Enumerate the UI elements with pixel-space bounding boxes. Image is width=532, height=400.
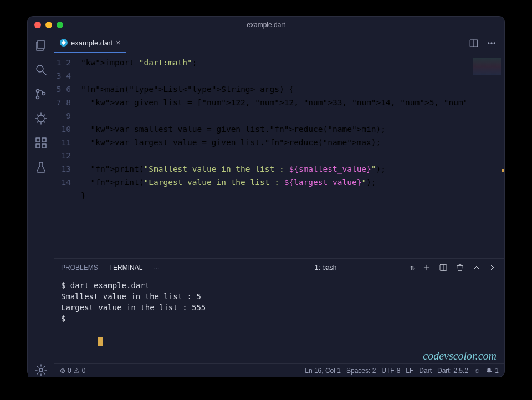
split-terminal-icon[interactable] (439, 263, 448, 272)
status-cursor-position[interactable]: Ln 16, Col 1 (305, 367, 341, 375)
titlebar[interactable]: example.dart (28, 17, 504, 33)
minimap-marker (502, 169, 504, 172)
terminal-selector-label: 1: bash (315, 264, 336, 271)
explorer-icon[interactable] (34, 39, 48, 52)
svg-rect-8 (36, 144, 40, 148)
tab-label: example.dart (71, 39, 112, 47)
debug-icon[interactable] (34, 112, 48, 125)
panel-tab-terminal[interactable]: TERMINAL (109, 264, 143, 271)
line-number-gutter: 1 2 3 4 5 6 7 8 9 10 11 12 13 14 (54, 53, 81, 258)
svg-rect-7 (36, 138, 40, 142)
tab-bar: example.dart × (54, 33, 504, 53)
svg-rect-9 (42, 144, 46, 148)
extensions-icon[interactable] (34, 136, 48, 150)
status-feedback-icon[interactable]: ☺ (474, 367, 480, 375)
tab-close-icon[interactable]: × (116, 38, 120, 47)
status-errors[interactable]: ⊘ 0 ⚠ 0 (60, 367, 85, 375)
code-content[interactable]: "kw">import "dart:math"; "fn">main("type… (81, 53, 466, 258)
new-terminal-icon[interactable] (422, 263, 431, 272)
panel-tab-more-icon[interactable]: ··· (154, 264, 159, 271)
status-errors-count: 0 (68, 367, 71, 375)
svg-point-16 (494, 42, 495, 43)
minimap[interactable] (466, 53, 504, 258)
minimize-window-button[interactable] (45, 22, 52, 28)
split-editor-icon[interactable] (469, 38, 479, 48)
terminal-cursor (98, 337, 103, 346)
chevron-updown-icon: ⇅ (410, 265, 415, 271)
terminal-selector[interactable]: 1: bash ⇅ (315, 264, 415, 271)
panel-tab-bar: PROBLEMS TERMINAL ··· 1: bash ⇅ (54, 259, 504, 276)
status-encoding[interactable]: UTF-8 (381, 367, 400, 375)
svg-line-2 (43, 71, 46, 75)
bottom-panel: PROBLEMS TERMINAL ··· 1: bash ⇅ (54, 258, 504, 363)
window-controls (34, 22, 63, 28)
minimap-thumb (473, 58, 501, 75)
status-language[interactable]: Dart (419, 367, 432, 375)
status-indentation[interactable]: Spaces: 2 (346, 367, 376, 375)
status-notifications-count: 1 (495, 367, 499, 375)
maximize-panel-icon[interactable] (472, 263, 481, 272)
error-icon: ⊘ (60, 367, 65, 375)
svg-point-6 (38, 115, 44, 122)
settings-icon[interactable] (34, 363, 48, 377)
watermark: codevscolor.com (423, 350, 497, 361)
svg-rect-10 (42, 138, 46, 142)
status-sdk[interactable]: Dart: 2.5.2 (437, 367, 468, 375)
dart-file-icon (60, 39, 68, 47)
tab-example-dart[interactable]: example.dart × (54, 33, 126, 53)
editor-window: example.dart example.dart × (28, 17, 504, 377)
maximize-window-button[interactable] (57, 22, 63, 28)
svg-point-1 (37, 65, 43, 72)
activity-bar (28, 33, 54, 377)
status-warnings-count: 0 (82, 367, 86, 375)
close-panel-icon[interactable] (489, 263, 498, 272)
panel-tab-problems[interactable]: PROBLEMS (61, 264, 98, 271)
svg-point-11 (39, 368, 43, 372)
status-eol[interactable]: LF (406, 367, 413, 375)
source-control-icon[interactable] (34, 88, 48, 101)
svg-rect-0 (38, 40, 44, 49)
svg-point-15 (491, 42, 492, 43)
editor-group: example.dart × 1 2 3 4 5 6 7 8 9 10 11 1… (54, 33, 504, 377)
svg-point-14 (488, 42, 489, 43)
terminal-content[interactable]: $ dart example.dart Smallest value in th… (54, 276, 504, 363)
search-icon[interactable] (34, 63, 48, 76)
editor[interactable]: 1 2 3 4 5 6 7 8 9 10 11 12 13 14 "kw">im… (54, 53, 504, 258)
warning-icon: ⚠ (74, 367, 80, 375)
bell-icon: 🔔︎ (486, 367, 493, 375)
status-notifications[interactable]: 🔔︎ 1 (486, 367, 499, 375)
window-title: example.dart (28, 21, 504, 29)
svg-point-5 (43, 93, 45, 95)
close-window-button[interactable] (34, 22, 41, 28)
flask-icon[interactable] (34, 161, 48, 174)
kill-terminal-icon[interactable] (456, 263, 464, 272)
more-actions-icon[interactable] (487, 38, 497, 48)
status-bar: ⊘ 0 ⚠ 0 Ln 16, Col 1 Spaces: 2 UTF-8 LF … (54, 363, 504, 377)
